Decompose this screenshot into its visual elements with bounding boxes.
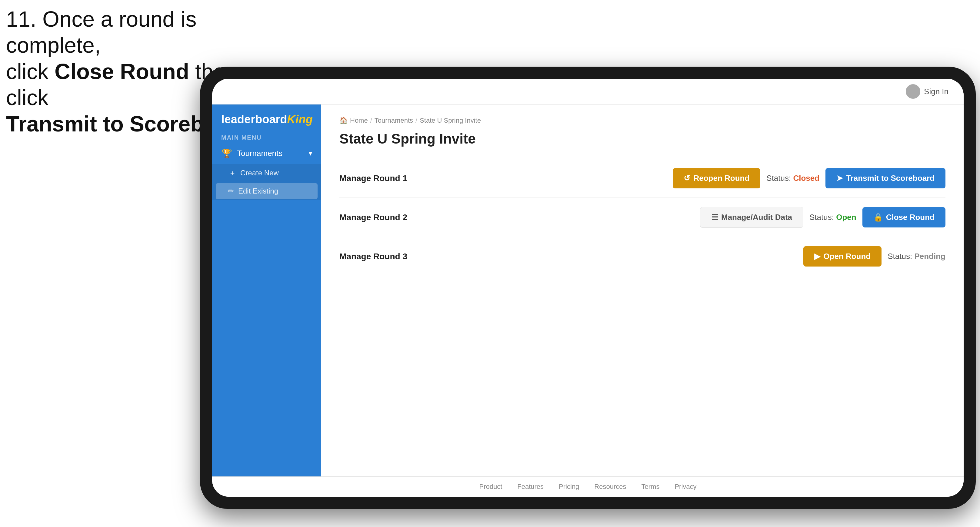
create-new-label: Create New [240, 169, 279, 177]
chevron-down-icon: ▾ [309, 149, 312, 157]
round-1-status-text: Status: [766, 173, 791, 183]
plus-icon: ＋ [229, 168, 236, 178]
breadcrumb-tournaments[interactable]: Tournaments [375, 117, 413, 124]
round-2-status-value: Open [836, 213, 856, 222]
round-row-2: Manage Round 2 ☰ Manage/Audit Data Statu… [339, 198, 945, 237]
edit-icon: ✏ [228, 187, 234, 195]
close-round-label: Close Round [886, 213, 935, 222]
round-1-status: Status: Closed [766, 173, 819, 183]
home-icon: 🏠 [339, 117, 348, 124]
open-round-button[interactable]: ▶ Open Round [803, 246, 881, 267]
avatar-icon [906, 84, 920, 99]
round-3-status-text: Status: [888, 252, 912, 261]
footer-pricing[interactable]: Pricing [559, 483, 579, 490]
lock-icon: 🔒 [873, 213, 883, 222]
main-layout: leaderboardKing MAIN MENU 🏆 Tournaments … [212, 105, 964, 476]
instruction-line1: 11. Once a round is complete, [6, 7, 196, 57]
sidebar: leaderboardKing MAIN MENU 🏆 Tournaments … [212, 105, 321, 476]
close-round-button[interactable]: 🔒 Close Round [862, 207, 945, 227]
sidebar-item-create-new[interactable]: ＋ Create New [212, 164, 321, 182]
round-3-status-value: Pending [914, 252, 945, 261]
round-row-3: Manage Round 3 ▶ Open Round Status: Pend… [339, 237, 945, 276]
trophy-icon: 🏆 [221, 148, 232, 159]
breadcrumb: 🏠 Home / Tournaments / State U Spring In… [339, 117, 945, 124]
footer-product[interactable]: Product [479, 483, 502, 490]
reopen-label: Reopen Round [693, 173, 749, 183]
play-icon: ▶ [814, 252, 820, 261]
footer-resources[interactable]: Resources [594, 483, 626, 490]
logo: leaderboardKing [221, 114, 312, 125]
main-menu-label: MAIN MENU [212, 131, 321, 143]
sidebar-submenu: ＋ Create New ✏ Edit Existing [212, 164, 321, 200]
breadcrumb-sep1: / [370, 117, 372, 124]
tablet-screen: Sign In leaderboardKing MAIN MENU 🏆 Tour… [212, 79, 964, 497]
instruction-line2: click [6, 59, 54, 84]
transmit-icon: ➤ [836, 173, 843, 183]
reopen-round-button[interactable]: ↺ Reopen Round [673, 168, 760, 188]
round-3-actions: ▶ Open Round Status: Pending [803, 246, 945, 267]
round-row-1: Manage Round 1 ↺ Reopen Round Status: Cl… [339, 159, 945, 198]
breadcrumb-sep2: / [415, 117, 417, 124]
manage-audit-data-button[interactable]: ☰ Manage/Audit Data [700, 207, 803, 228]
round-2-actions: ☰ Manage/Audit Data Status: Open 🔒 [700, 207, 945, 228]
page-title: State U Spring Invite [339, 130, 945, 147]
top-bar: Sign In [212, 79, 964, 105]
sign-in-label[interactable]: Sign In [924, 87, 948, 96]
sidebar-item-tournaments[interactable]: 🏆 Tournaments ▾ [212, 143, 321, 164]
breadcrumb-current: State U Spring Invite [420, 117, 481, 124]
sign-in-area[interactable]: Sign In [906, 84, 948, 99]
instruction-bold1: Close Round [54, 59, 189, 84]
round-3-label: Manage Round 3 [339, 252, 430, 261]
rounds-container: Manage Round 1 ↺ Reopen Round Status: Cl… [339, 159, 945, 276]
round-1-actions: ↺ Reopen Round Status: Closed ➤ [673, 168, 945, 188]
content-area: 🏠 Home / Tournaments / State U Spring In… [321, 105, 964, 476]
edit-existing-label: Edit Existing [238, 187, 278, 195]
transmit-to-scoreboard-button[interactable]: ➤ Transmit to Scoreboard [826, 168, 945, 188]
round-3-status: Status: Pending [888, 252, 945, 261]
round-1-label: Manage Round 1 [339, 173, 430, 183]
footer-privacy[interactable]: Privacy [675, 483, 696, 490]
footer-terms[interactable]: Terms [641, 483, 660, 490]
tablet-frame: Sign In leaderboardKing MAIN MENU 🏆 Tour… [200, 67, 976, 509]
tournaments-label: Tournaments [237, 149, 282, 158]
open-round-label: Open Round [823, 252, 870, 261]
logo-area: leaderboardKing [212, 105, 321, 131]
sidebar-item-edit-existing[interactable]: ✏ Edit Existing [216, 183, 318, 199]
audit-label: Manage/Audit Data [721, 213, 792, 222]
audit-icon: ☰ [711, 213, 718, 222]
round-2-label: Manage Round 2 [339, 213, 430, 222]
round-1-status-value: Closed [793, 173, 819, 183]
footer: Product Features Pricing Resources Terms… [212, 476, 964, 497]
breadcrumb-home[interactable]: Home [350, 117, 368, 124]
round-2-status: Status: Open [810, 213, 856, 222]
transmit-label: Transmit to Scoreboard [846, 173, 935, 183]
reopen-icon: ↺ [684, 173, 690, 183]
footer-features[interactable]: Features [517, 483, 544, 490]
round-2-status-text: Status: [810, 213, 834, 222]
